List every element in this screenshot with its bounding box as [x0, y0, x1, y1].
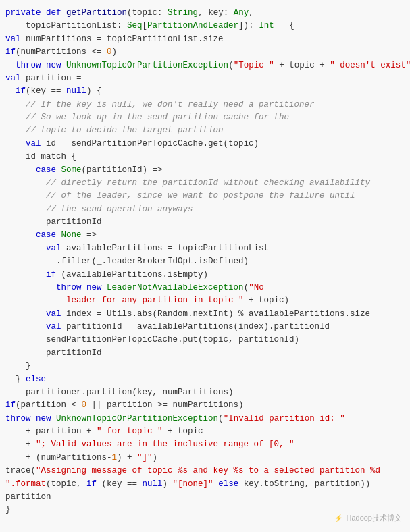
watermark-text: Hadoop技术博文 — [346, 514, 402, 522]
watermark: ⚡ Hadoop技术博文 — [334, 512, 402, 524]
code-block: private def getPartition(topic: String, … — [5, 7, 405, 517]
watermark-icon: ⚡ — [334, 513, 342, 524]
code-container: private def getPartition(topic: String, … — [0, 0, 410, 532]
